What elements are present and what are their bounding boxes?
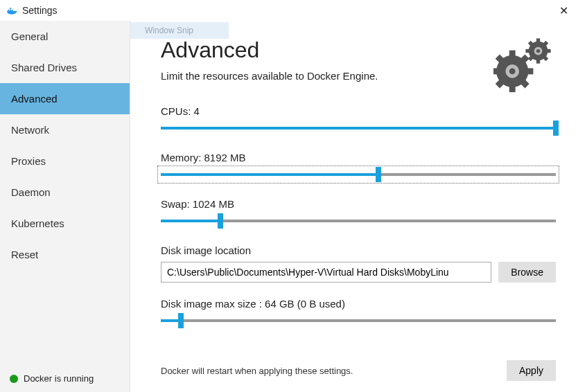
svg-rect-0 — [8, 10, 9, 11]
sidebar-item-shared-drives[interactable]: Shared Drives — [0, 52, 130, 83]
swap-slider-thumb[interactable] — [218, 213, 223, 229]
sidebar-item-daemon[interactable]: Daemon — [0, 177, 130, 208]
svg-rect-7 — [493, 68, 499, 74]
sidebar-item-kubernetes[interactable]: Kubernetes — [0, 208, 130, 239]
apply-button[interactable]: Apply — [507, 360, 556, 381]
svg-rect-17 — [536, 59, 540, 63]
cpus-slider[interactable] — [161, 127, 556, 130]
window-title: Settings — [22, 5, 58, 16]
svg-rect-5 — [509, 51, 516, 58]
status-text: Docker is running — [24, 373, 94, 384]
swap-slider-group: Swap: 1024 MB — [161, 198, 556, 229]
svg-point-25 — [536, 49, 540, 53]
svg-rect-6 — [509, 84, 516, 92]
svg-rect-3 — [10, 8, 11, 9]
docker-whale-icon — [7, 6, 18, 15]
disk-size-slider-group: Disk image max size : 64 GB (0 B used) — [161, 298, 556, 329]
close-button[interactable]: ✕ — [557, 4, 571, 17]
svg-rect-8 — [526, 68, 534, 74]
disk-location-input[interactable] — [161, 262, 491, 283]
page-title: Advanced — [161, 37, 378, 63]
sidebar-item-general[interactable]: General — [0, 21, 130, 52]
memory-slider-thumb[interactable] — [376, 167, 381, 182]
main-panel: Advanced Limit the resources available t… — [130, 21, 578, 392]
svg-rect-16 — [536, 38, 540, 42]
sidebar-item-reset[interactable]: Reset — [0, 239, 130, 270]
swap-slider[interactable] — [161, 220, 556, 222]
titlebar-left: Settings — [7, 5, 58, 16]
status-dot-icon — [10, 375, 18, 383]
disk-size-label: Disk image max size : 64 GB (0 B used) — [161, 298, 556, 310]
cpus-slider-group: CPUs: 4 — [161, 105, 556, 136]
titlebar: Settings ✕ — [0, 0, 578, 21]
disk-size-slider[interactable] — [161, 319, 556, 322]
svg-rect-2 — [12, 10, 13, 11]
sidebar-item-proxies[interactable]: Proxies — [0, 145, 130, 177]
cpus-label: CPUs: 4 — [161, 105, 556, 117]
disk-size-slider-thumb[interactable] — [178, 313, 184, 328]
memory-label: Memory: 8192 MB — [161, 152, 556, 163]
restart-note: Docker will restart when applying these … — [161, 366, 353, 376]
disk-location-label: Disk image location — [161, 244, 556, 256]
sidebar-item-advanced[interactable]: Advanced — [0, 83, 130, 114]
svg-rect-18 — [525, 49, 529, 53]
memory-slider-group: Memory: 8192 MB — [161, 152, 556, 183]
gears-icon — [493, 37, 556, 93]
docker-status: Docker is running — [0, 365, 130, 392]
svg-point-14 — [509, 68, 516, 74]
svg-rect-1 — [10, 10, 11, 11]
page-subtitle: Limit the resources available to Docker … — [161, 70, 378, 82]
sidebar-item-network[interactable]: Network — [0, 114, 130, 145]
cpus-slider-thumb[interactable] — [553, 121, 559, 136]
memory-slider[interactable] — [161, 173, 556, 176]
browse-button[interactable]: Browse — [498, 262, 556, 283]
svg-rect-19 — [546, 49, 550, 53]
sidebar: GeneralShared DrivesAdvancedNetworkProxi… — [0, 21, 130, 392]
swap-label: Swap: 1024 MB — [161, 198, 556, 210]
